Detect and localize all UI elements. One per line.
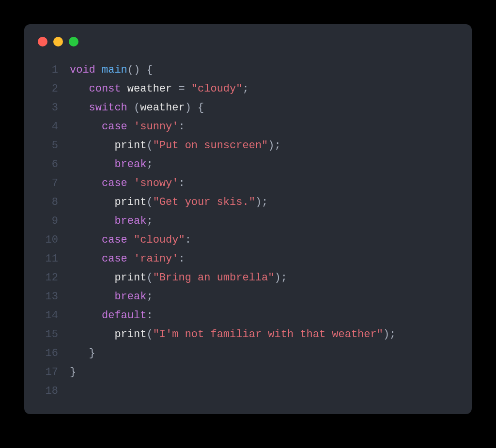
token: : (185, 234, 191, 246)
token: : (178, 121, 185, 133)
line-number: 6 (38, 155, 70, 174)
token: case (102, 121, 127, 133)
code-content: const weather = "cloudy"; (70, 79, 458, 98)
token: case (102, 253, 127, 265)
token: weather (127, 83, 172, 95)
token (70, 234, 102, 246)
code-line: 2 const weather = "cloudy"; (38, 79, 458, 98)
token: ; (146, 215, 153, 227)
token: "I'm not familiar with that weather" (153, 328, 383, 340)
token: ) { (185, 102, 204, 114)
token: ( (146, 328, 153, 340)
token (70, 196, 114, 208)
code-content: case 'sunny': (70, 117, 458, 136)
token: ; (146, 291, 153, 303)
code-line: 8 print("Get your skis."); (38, 193, 458, 212)
code-line: 15 print("I'm not familiar with that wea… (38, 325, 458, 344)
token: "Get your skis." (153, 196, 255, 208)
line-number: 3 (38, 98, 70, 117)
code-line: 17} (38, 363, 458, 382)
code-line: 6 break; (38, 155, 458, 174)
line-number: 2 (38, 79, 70, 98)
token: break (114, 291, 146, 303)
line-number: 8 (38, 193, 70, 212)
code-content: switch (weather) { (70, 98, 458, 117)
line-number: 16 (38, 344, 70, 363)
token: const (89, 83, 121, 95)
line-number: 11 (38, 249, 70, 268)
code-content: void main() { (70, 61, 458, 79)
line-number: 9 (38, 212, 70, 231)
code-content: print("Bring an umbrella"); (70, 268, 458, 287)
token: ); (274, 272, 287, 284)
line-number: 1 (38, 61, 70, 79)
close-icon[interactable] (38, 37, 47, 46)
code-line: 13 break; (38, 287, 458, 306)
token (70, 158, 114, 170)
code-line: 5 print("Put on sunscreen"); (38, 136, 458, 155)
code-line: 1void main() { (38, 61, 458, 79)
token: "cloudy" (191, 83, 243, 95)
code-line: 3 switch (weather) { (38, 98, 458, 117)
token: main (102, 64, 127, 76)
code-content: case 'snowy': (70, 174, 458, 193)
code-line: 18 (38, 382, 458, 401)
token (127, 177, 134, 189)
token: : (178, 177, 185, 189)
code-window: 1void main() {2 const weather = "cloudy"… (24, 24, 472, 414)
token: ( (146, 272, 153, 284)
token (70, 272, 114, 284)
token: : (178, 253, 185, 265)
zoom-icon[interactable] (69, 37, 78, 46)
token: "cloudy" (134, 234, 185, 246)
code-line: 12 print("Bring an umbrella"); (38, 268, 458, 287)
token: = (172, 83, 191, 95)
code-line: 16 } (38, 344, 458, 363)
token (121, 83, 127, 95)
code-content: break; (70, 155, 458, 174)
token (70, 328, 114, 340)
code-content: print("Get your skis."); (70, 193, 458, 212)
token: : (146, 309, 153, 322)
token (127, 121, 134, 133)
code-editor: 1void main() {2 const weather = "cloudy"… (38, 61, 458, 404)
token (70, 139, 114, 152)
token: case (102, 234, 127, 246)
line-number: 7 (38, 174, 70, 193)
token: ; (146, 158, 153, 170)
code-line: 9 break; (38, 212, 458, 231)
token: void (70, 64, 95, 76)
token (127, 234, 134, 246)
token (127, 253, 134, 265)
token: ( (127, 102, 140, 114)
code-content: } (70, 344, 458, 363)
line-number: 18 (38, 382, 70, 401)
token (70, 83, 89, 95)
token (95, 64, 102, 76)
code-content: break; (70, 212, 458, 231)
line-number: 15 (38, 325, 70, 344)
line-number: 14 (38, 306, 70, 325)
token: switch (89, 102, 127, 114)
line-number: 10 (38, 231, 70, 249)
token (70, 309, 102, 322)
code-content: default: (70, 306, 458, 325)
token: weather (140, 102, 185, 114)
token: ( (146, 139, 153, 152)
line-number: 13 (38, 287, 70, 306)
token: break (114, 215, 146, 227)
code-content: break; (70, 287, 458, 306)
token (70, 177, 102, 189)
line-number: 4 (38, 117, 70, 136)
code-content: case 'rainy': (70, 249, 458, 268)
minimize-icon[interactable] (53, 37, 63, 46)
code-line: 10 case "cloudy": (38, 231, 458, 249)
token: 'snowy' (134, 177, 178, 189)
token: 'sunny' (134, 121, 178, 133)
token (70, 291, 114, 303)
token: "Put on sunscreen" (153, 139, 268, 152)
token: print (114, 196, 146, 208)
token: ); (268, 139, 280, 152)
token: print (114, 328, 146, 340)
window-controls (38, 37, 78, 46)
